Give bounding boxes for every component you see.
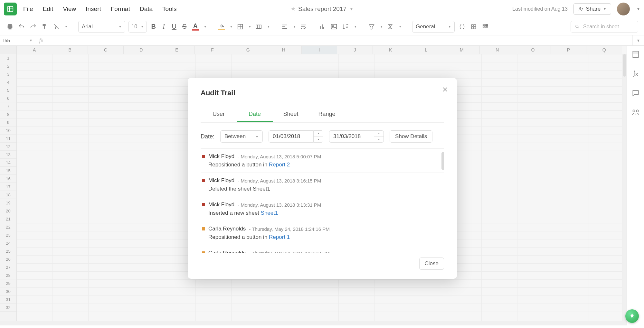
chevron-down-icon[interactable]: ▼	[637, 7, 640, 11]
tab-sheet[interactable]: Sheet	[273, 107, 309, 122]
app-logo[interactable]	[4, 3, 17, 15]
column-header[interactable]: P	[551, 46, 587, 54]
row-header[interactable]: 4	[0, 78, 16, 86]
underline-button[interactable]: U	[171, 23, 178, 30]
fill-color-button[interactable]	[217, 23, 226, 30]
row-header[interactable]: 26	[0, 255, 16, 263]
row-header[interactable]: 25	[0, 247, 16, 255]
date-to-input[interactable]: 31/03/2018	[329, 130, 374, 143]
row-header[interactable]: 24	[0, 239, 16, 247]
column-header[interactable]: G	[230, 46, 266, 54]
chevron-down-icon[interactable]: ▼	[399, 25, 402, 28]
column-header[interactable]: C	[88, 46, 124, 54]
row-header[interactable]: 2	[0, 62, 16, 70]
date-from-input[interactable]: 01/03/2018	[269, 130, 314, 143]
redo-icon[interactable]	[29, 23, 37, 31]
row-header[interactable]: 19	[0, 199, 16, 207]
number-format-select[interactable]: General ▼	[412, 21, 455, 33]
image-icon[interactable]	[330, 23, 338, 31]
row-header[interactable]: 17	[0, 183, 16, 191]
date-from-spinner[interactable]: ▲▼	[314, 130, 323, 143]
borders-icon[interactable]	[236, 23, 244, 31]
chevron-down-icon[interactable]: ▼	[267, 25, 270, 28]
menu-data[interactable]: Data	[140, 5, 153, 13]
row-header[interactable]: 31	[0, 295, 16, 304]
column-header[interactable]: I	[302, 46, 337, 54]
horizontal-scrollbar[interactable]	[0, 321, 627, 325]
bold-button[interactable]: B	[150, 23, 157, 30]
font-family-select[interactable]: Arial ▼	[78, 21, 125, 33]
help-button[interactable]	[625, 309, 639, 323]
row-header[interactable]: 21	[0, 215, 16, 223]
tab-user[interactable]: User	[201, 107, 237, 122]
chevron-up-icon[interactable]: ▲	[374, 131, 384, 137]
menu-edit[interactable]: Edit	[43, 5, 53, 13]
column-header[interactable]: H	[266, 46, 302, 54]
avatar[interactable]	[617, 3, 630, 15]
column-header[interactable]: F	[195, 46, 231, 54]
row-header[interactable]: 28	[0, 271, 16, 279]
row-header[interactable]: 23	[0, 231, 16, 239]
audit-link[interactable]: Report 2	[269, 162, 290, 168]
row-header[interactable]: 9	[0, 118, 16, 127]
undo-icon[interactable]	[17, 23, 26, 31]
select-all-corner[interactable]	[0, 46, 17, 54]
row-header[interactable]: 27	[0, 263, 16, 271]
row-header[interactable]: 20	[0, 207, 16, 215]
row-header[interactable]: 3	[0, 70, 16, 78]
row-header[interactable]: 15	[0, 167, 16, 175]
tab-range[interactable]: Range	[309, 107, 345, 122]
chevron-down-icon[interactable]: ▼	[350, 7, 353, 11]
menu-file[interactable]: File	[23, 5, 33, 13]
chevron-down-icon[interactable]: ▼	[249, 25, 251, 28]
chevron-down-icon[interactable]: ▼	[204, 25, 207, 28]
column-header[interactable]: O	[515, 46, 551, 54]
row-header[interactable]: 12	[0, 143, 16, 151]
chevron-down-icon[interactable]: ▼	[314, 137, 323, 143]
audit-link[interactable]: Report 1	[269, 234, 290, 240]
chevron-down-icon[interactable]: ▼	[354, 25, 357, 28]
date-to-spinner[interactable]: ▲▼	[374, 130, 384, 143]
row-header[interactable]: 22	[0, 223, 16, 231]
chevron-down-icon[interactable]: ▼	[374, 137, 384, 143]
share-panel-icon[interactable]	[631, 108, 640, 118]
row-header[interactable]: 18	[0, 191, 16, 199]
column-header[interactable]: E	[159, 46, 195, 54]
column-header[interactable]: N	[480, 46, 516, 54]
filter-icon[interactable]	[367, 23, 376, 31]
close-button[interactable]: Close	[419, 258, 444, 270]
chevron-down-icon[interactable]: ▼	[293, 25, 296, 28]
column-header[interactable]: A	[17, 46, 52, 54]
column-header[interactable]: B	[52, 46, 88, 54]
sum-icon[interactable]	[386, 23, 394, 31]
chevron-up-icon[interactable]: ▲	[314, 131, 323, 137]
search-input[interactable]: Search in sheet	[571, 21, 638, 33]
operator-select[interactable]: Between ▼	[220, 130, 263, 143]
grid-small-icon[interactable]	[469, 23, 478, 31]
column-header[interactable]: K	[373, 46, 409, 54]
star-icon[interactable]: ★	[291, 5, 296, 12]
column-header[interactable]: Q	[586, 46, 622, 54]
italic-button[interactable]: I	[160, 23, 167, 30]
column-header[interactable]: D	[124, 46, 159, 54]
chevron-down-icon[interactable]: ▼	[230, 25, 233, 28]
menu-format[interactable]: Format	[111, 5, 130, 13]
audit-link[interactable]: Sheet1	[261, 210, 278, 216]
align-icon[interactable]	[280, 23, 289, 31]
fx-panel-icon[interactable]	[631, 70, 640, 79]
menu-view[interactable]: View	[63, 5, 76, 13]
close-icon[interactable]: ✕	[442, 86, 448, 94]
menu-tools[interactable]: Tools	[162, 5, 176, 13]
sort-icon[interactable]	[341, 23, 350, 31]
chart-icon[interactable]	[318, 23, 327, 31]
column-header[interactable]: L	[408, 46, 444, 54]
show-details-button[interactable]: Show Details	[390, 130, 432, 143]
column-header[interactable]: J	[337, 46, 373, 54]
row-header[interactable]: 11	[0, 135, 16, 143]
row-header[interactable]: 13	[0, 151, 16, 159]
audit-list[interactable]: Mick FloydMonday, August 13, 2018 5:00:0…	[201, 148, 444, 253]
clear-format-icon[interactable]	[52, 23, 61, 31]
cell-reference[interactable]: I55 ▼	[0, 35, 36, 45]
tab-date[interactable]: Date	[237, 107, 273, 122]
row-header[interactable]: 8	[0, 110, 16, 118]
